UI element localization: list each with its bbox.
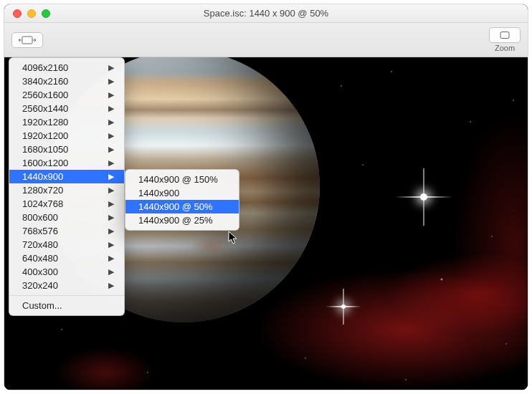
submenu-item-label: 1440x900 @ 150% xyxy=(138,174,218,185)
menu-item-label: 1920x1280 xyxy=(22,117,68,128)
close-icon[interactable] xyxy=(13,9,22,18)
menu-item-label: 1920x1200 xyxy=(22,130,68,141)
menu-item-label: 2560x1600 xyxy=(22,90,68,100)
menu-item[interactable]: 1680x1050▶ xyxy=(9,143,124,156)
bright-star-icon xyxy=(420,193,427,201)
chevron-right-icon: ▶ xyxy=(108,104,114,113)
menu-item[interactable]: 768x576▶ xyxy=(9,224,124,238)
app-window: Space.isc: 1440 x 900 @ 50% Zoom xyxy=(4,4,528,390)
menu-item[interactable]: 2560x1440▶ xyxy=(9,102,124,115)
menu-item-label: 1680x1050 xyxy=(22,144,68,155)
chevron-right-icon: ▶ xyxy=(108,254,114,263)
chevron-right-icon: ▶ xyxy=(108,172,114,181)
menu-item-label: 1280x720 xyxy=(22,185,63,196)
resolution-submenu[interactable]: 1440x900 @ 150% 1440x900 1440x900 @ 50% … xyxy=(125,169,239,231)
chevron-right-icon: ▶ xyxy=(108,213,114,222)
chevron-right-icon: ▶ xyxy=(108,226,114,236)
menu-item-label: Custom... xyxy=(22,300,62,311)
menu-item-label: 400x300 xyxy=(22,266,58,277)
menu-item[interactable]: 400x300▶ xyxy=(9,265,124,279)
menu-item[interactable]: 640x480▶ xyxy=(9,251,124,265)
fullscreen-icon[interactable] xyxy=(42,9,50,18)
chevron-right-icon: ▶ xyxy=(108,281,114,290)
menu-item-label: 3840x2160 xyxy=(22,76,68,87)
submenu-item-label: 1440x900 @ 50% xyxy=(138,201,213,212)
menu-item[interactable]: 800x600▶ xyxy=(9,211,124,224)
menu-item-label: 800x600 xyxy=(22,212,58,223)
menu-item-label: 1440x900 xyxy=(22,171,63,182)
menu-item[interactable]: 2560x1600▶ xyxy=(9,88,124,102)
svg-rect-0 xyxy=(22,37,32,44)
bright-star-icon xyxy=(341,304,346,309)
window-title: Space.isc: 1440 x 900 @ 50% xyxy=(204,8,328,19)
menu-item[interactable]: 3840x2160▶ xyxy=(9,75,124,88)
submenu-item-label: 1440x900 xyxy=(138,188,179,198)
resolution-menu[interactable]: 4096x2160▶ 3840x2160▶ 2560x1600▶ 2560x14… xyxy=(9,57,125,316)
menu-item-label: 768x576 xyxy=(22,226,58,236)
submenu-item-label: 1440x900 @ 25% xyxy=(138,215,213,226)
chevron-right-icon: ▶ xyxy=(108,186,114,195)
submenu-item-selected[interactable]: 1440x900 @ 50% xyxy=(125,200,239,213)
menu-item[interactable]: 320x240▶ xyxy=(9,279,124,292)
toolbar-left-slot xyxy=(11,32,43,48)
toolbar: Zoom xyxy=(4,23,528,57)
menu-item-label: 1024x768 xyxy=(22,198,63,209)
menu-item-selected[interactable]: 1440x900▶ xyxy=(9,170,124,183)
menu-item[interactable]: 1920x1200▶ xyxy=(9,129,124,143)
canvas-viewport[interactable]: 4096x2160▶ 3840x2160▶ 2560x1600▶ 2560x14… xyxy=(4,57,528,390)
chevron-right-icon: ▶ xyxy=(108,199,114,208)
svg-rect-1 xyxy=(500,32,509,39)
menu-item-label: 4096x2160 xyxy=(22,62,68,73)
toolbar-right-slot: Zoom xyxy=(489,27,521,52)
menu-item-label: 720x480 xyxy=(22,239,58,250)
minimize-icon[interactable] xyxy=(27,9,36,18)
titlebar: Space.isc: 1440 x 900 @ 50% xyxy=(4,4,528,23)
menu-item-label: 640x480 xyxy=(22,253,58,264)
submenu-item[interactable]: 1440x900 @ 150% xyxy=(125,173,239,186)
chevron-right-icon: ▶ xyxy=(108,240,114,249)
resolution-dropdown-button[interactable] xyxy=(11,32,43,48)
chevron-right-icon: ▶ xyxy=(108,145,114,154)
chevron-right-icon: ▶ xyxy=(108,267,114,277)
submenu-item[interactable]: 1440x900 @ 25% xyxy=(125,213,239,227)
menu-separator xyxy=(9,295,124,296)
menu-item[interactable]: 1600x1200▶ xyxy=(9,156,124,170)
chevron-right-icon: ▶ xyxy=(108,131,114,140)
menu-item-label: 1600x1200 xyxy=(22,158,68,168)
chevron-right-icon: ▶ xyxy=(108,90,114,100)
menu-item[interactable]: 720x480▶ xyxy=(9,238,124,251)
zoom-label: Zoom xyxy=(495,44,515,52)
menu-item[interactable]: 1280x720▶ xyxy=(9,183,124,197)
menu-item[interactable]: 1920x1280▶ xyxy=(9,115,124,129)
zoom-rect-icon xyxy=(498,31,512,39)
expand-icon xyxy=(18,35,37,45)
menu-item[interactable]: 1024x768▶ xyxy=(9,197,124,211)
menu-item-label: 320x240 xyxy=(22,280,58,291)
chevron-right-icon: ▶ xyxy=(108,117,114,127)
chevron-right-icon: ▶ xyxy=(108,158,114,168)
zoom-button[interactable] xyxy=(489,27,521,43)
menu-item[interactable]: 4096x2160▶ xyxy=(9,61,124,75)
submenu-item[interactable]: 1440x900 xyxy=(125,186,239,200)
chevron-right-icon: ▶ xyxy=(108,77,114,86)
menu-item-label: 2560x1440 xyxy=(22,103,68,114)
chevron-right-icon: ▶ xyxy=(108,63,114,72)
traffic-lights xyxy=(13,9,50,18)
menu-item-custom[interactable]: Custom... xyxy=(9,299,124,312)
